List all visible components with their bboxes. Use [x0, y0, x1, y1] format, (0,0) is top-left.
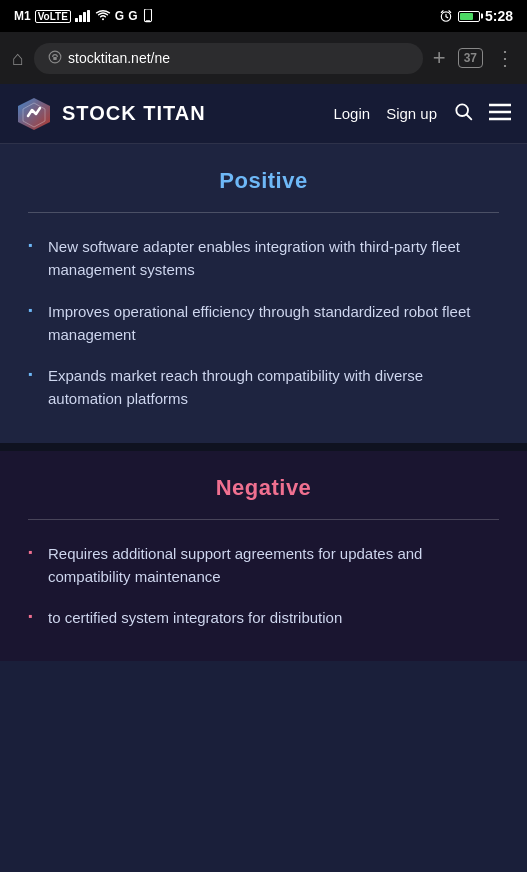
volte-badge: VoLTE [35, 10, 71, 23]
status-carrier: M1 VoLTE G G [14, 9, 154, 23]
menu-button[interactable] [489, 101, 511, 127]
negative-divider [28, 519, 499, 520]
tab-count-button[interactable]: 37 [458, 48, 483, 68]
svg-rect-0 [75, 18, 78, 22]
nav-bar: STOCK TITAN Login Sign up [0, 84, 527, 144]
new-tab-button[interactable]: + [433, 45, 446, 71]
logo-text: STOCK TITAN [62, 102, 206, 125]
status-bar: M1 VoLTE G G [0, 0, 527, 32]
positive-divider [28, 212, 499, 213]
svg-rect-5 [145, 20, 149, 21]
negative-title: Negative [28, 475, 499, 501]
svg-rect-1 [79, 15, 82, 22]
battery-icon [458, 11, 480, 22]
signup-link[interactable]: Sign up [386, 105, 437, 122]
network-g1: G [115, 9, 124, 23]
login-link[interactable]: Login [333, 105, 370, 122]
positive-list: New software adapter enables integration… [28, 235, 499, 411]
nav-logo[interactable]: STOCK TITAN [16, 96, 206, 132]
list-item: New software adapter enables integration… [28, 235, 499, 282]
home-button[interactable]: ⌂ [12, 47, 24, 70]
alarm-icon [439, 9, 453, 23]
more-options-button[interactable]: ⋮ [495, 46, 515, 70]
main-content: Positive New software adapter enables in… [0, 144, 527, 661]
status-right: 5:28 [439, 8, 513, 24]
signal-icon [75, 10, 91, 22]
negative-section: Negative Requires additional support agr… [0, 451, 527, 662]
url-bar[interactable]: stocktitan.net/ne [34, 43, 423, 74]
positive-section: Positive New software adapter enables in… [0, 144, 527, 443]
list-item: to certified system integrators for dist… [28, 606, 499, 629]
positive-title: Positive [28, 168, 499, 194]
svg-line-12 [467, 115, 472, 120]
svg-rect-8 [53, 57, 57, 60]
time-display: 5:28 [485, 8, 513, 24]
svg-rect-3 [87, 10, 90, 22]
nav-links: Login Sign up [333, 101, 511, 127]
browser-bar: ⌂ stocktitan.net/ne + 37 ⋮ [0, 32, 527, 84]
section-gap [0, 443, 527, 451]
negative-list: Requires additional support agreements f… [28, 542, 499, 630]
svg-rect-4 [144, 9, 151, 22]
carrier-text: M1 [14, 9, 31, 23]
url-security-icon [48, 50, 62, 67]
browser-actions: + 37 ⋮ [433, 45, 515, 71]
wifi-icon [95, 10, 111, 22]
url-text: stocktitan.net/ne [68, 50, 170, 66]
list-item: Expands market reach through compatibili… [28, 364, 499, 411]
logo-icon [16, 96, 52, 132]
search-button[interactable] [453, 101, 473, 126]
list-item: Improves operational efficiency through … [28, 300, 499, 347]
network-g2: G [128, 9, 137, 23]
svg-rect-2 [83, 12, 86, 22]
phone-icon [142, 9, 154, 23]
list-item: Requires additional support agreements f… [28, 542, 499, 589]
